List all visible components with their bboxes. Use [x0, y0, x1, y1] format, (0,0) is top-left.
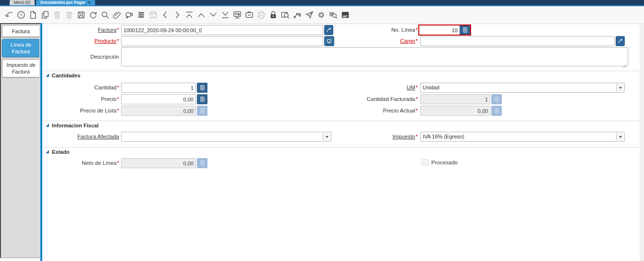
window-tabbar: Menú (0) Documentos por Pagar ✕	[0, 0, 644, 5]
calculator-icon	[199, 108, 206, 114]
save-icon[interactable]	[75, 9, 87, 21]
calendar-icon	[147, 9, 159, 21]
print-icon	[255, 9, 267, 21]
toolbar	[0, 6, 644, 24]
informacion-fiscal-section-title: Informacion Fiscal	[52, 123, 98, 128]
undo-icon[interactable]	[3, 9, 15, 21]
impuesto-select[interactable]: IVA 16% (Egreso)	[420, 132, 625, 142]
calculator-icon	[462, 27, 468, 33]
zoom-arrow-icon	[617, 38, 623, 44]
private-record-lock-icon[interactable]	[267, 9, 279, 21]
no-linea-label: No. Línea*	[269, 25, 418, 35]
tab-documentos-por-pagar[interactable]: Documentos por Pagar ✕	[36, 0, 95, 5]
documentos-por-pagar-window: Menú (0) Documentos por Pagar ✕ Factura …	[0, 0, 644, 261]
help-icon[interactable]	[15, 9, 27, 21]
tab-documentos-label: Documentos por Pagar	[40, 0, 85, 5]
calculator-icon	[494, 108, 500, 114]
precio-actual-calculator-button	[491, 106, 502, 116]
cantidad-field[interactable]	[121, 83, 196, 93]
detail-record-icon[interactable]	[207, 9, 219, 21]
precio-de-lista-field	[121, 106, 196, 116]
close-tab-icon[interactable]: ✕	[88, 0, 91, 5]
copy-record-icon[interactable]	[39, 9, 51, 21]
dropdown-arrow-icon[interactable]	[616, 133, 624, 141]
um-select[interactable]: Unidad	[420, 83, 625, 93]
tab-menu-label: Menú (0)	[14, 0, 30, 5]
cantidad-calculator-button[interactable]	[197, 83, 207, 93]
precio-field[interactable]	[121, 94, 196, 104]
procesado-checkbox[interactable]	[422, 159, 428, 166]
um-value: Unidad	[423, 85, 439, 90]
precio-label: Precio*	[42, 94, 119, 104]
calculator-icon	[199, 85, 206, 91]
new-record-icon[interactable]	[27, 9, 39, 21]
chat-icon[interactable]	[123, 9, 135, 21]
next-record-icon[interactable]	[171, 9, 183, 21]
producto-label: Producto*	[42, 36, 119, 46]
neto-de-linea-calculator-button	[197, 158, 207, 168]
sidebar-tab-impuesto-de-factura[interactable]: Impuesto de Factura	[2, 59, 39, 77]
sidebar-tab-linea-de-factura[interactable]: Línea de Factura	[2, 39, 39, 57]
cargo-field[interactable]	[420, 36, 615, 46]
product-info-icon[interactable]	[327, 9, 339, 21]
sidebar-tab-factura-label: Factura	[12, 28, 30, 35]
cantidad-facturada-calculator-button	[491, 94, 502, 104]
send-request-icon[interactable]	[303, 9, 315, 21]
calculator-icon	[199, 160, 206, 166]
precio-de-lista-calculator-button	[197, 106, 207, 116]
sidebar-tab-linea-label: Línea de Factura	[3, 41, 38, 55]
tab-sidebar	[0, 23, 40, 258]
tab-menu[interactable]: Menú (0)	[10, 0, 35, 5]
collapse-triangle-icon[interactable]	[46, 74, 49, 77]
delete-record-icon	[51, 9, 63, 21]
precio-de-lista-label: Precio de Lista*	[42, 106, 119, 116]
cantidad-facturada-label: Cantidad Facturada*	[269, 94, 418, 104]
impuesto-value: IVA 16% (Egreso)	[423, 134, 464, 139]
refresh-icon[interactable]	[87, 9, 99, 21]
section-divider	[42, 71, 640, 71]
delete-selection-icon	[63, 9, 75, 21]
cantidad-facturada-field	[420, 94, 490, 104]
last-record-icon[interactable]	[219, 9, 231, 21]
zoom-across-icon[interactable]	[279, 9, 291, 21]
section-divider	[42, 121, 640, 121]
textarea-resize-handle[interactable]	[622, 62, 627, 66]
find-icon[interactable]	[99, 9, 111, 21]
factura-afectada-label: Factura Afectada	[42, 132, 119, 142]
cargo-label: Cargo*	[269, 36, 418, 46]
dropdown-arrow-icon[interactable]	[616, 84, 624, 92]
no-linea-field[interactable]	[419, 25, 460, 35]
first-record-icon[interactable]	[183, 9, 195, 21]
sidebar-tab-factura[interactable]: Factura	[2, 25, 39, 37]
neto-de-linea-field	[121, 158, 196, 168]
cargo-zoom-button[interactable]	[616, 36, 625, 46]
toggle-grid-icon[interactable]	[135, 9, 147, 21]
cantidad-label: Cantidad*	[42, 83, 119, 93]
precio-actual-label: Precio Actual*	[269, 106, 418, 116]
parent-record-icon[interactable]	[195, 9, 207, 21]
no-linea-calculator-button[interactable]	[460, 25, 470, 35]
report-view-icon[interactable]	[339, 9, 351, 21]
process-icon[interactable]	[315, 9, 327, 21]
attachment-icon[interactable]	[111, 9, 123, 21]
procesado-label: Procesado	[431, 158, 458, 167]
collapse-triangle-icon[interactable]	[46, 150, 49, 153]
descripcion-label: Descripción	[42, 47, 119, 66]
right-scroll-gutter	[640, 24, 644, 261]
estado-section-title: Estado	[52, 149, 70, 155]
section-divider	[42, 147, 640, 148]
precio-actual-field	[420, 106, 490, 116]
precio-calculator-button[interactable]	[197, 94, 207, 104]
calculator-icon	[494, 96, 500, 102]
descripcion-field[interactable]	[121, 47, 628, 66]
sidebar-tab-impuesto-label: Impuesto de Factura	[3, 62, 38, 75]
archive-icon[interactable]	[243, 9, 255, 21]
collapse-triangle-icon[interactable]	[46, 124, 49, 127]
previous-record-icon[interactable]	[159, 9, 171, 21]
workflow-icon[interactable]	[291, 9, 303, 21]
report-icon[interactable]	[231, 9, 243, 21]
factura-label: Factura*	[42, 25, 119, 35]
calculator-icon	[199, 96, 206, 102]
neto-de-linea-label: Neto de Línea*	[42, 158, 119, 168]
um-label: UM*	[269, 83, 418, 93]
